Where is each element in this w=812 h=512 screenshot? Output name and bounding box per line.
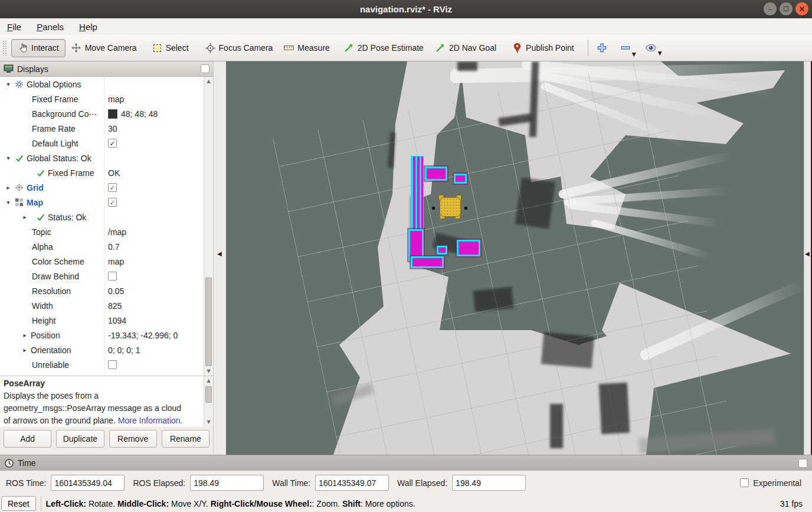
tool-move-camera[interactable]: Move Camera: [71, 43, 137, 53]
tree-row-alpha[interactable]: Alpha 0.7: [0, 239, 204, 254]
close-button[interactable]: ✕: [795, 2, 808, 15]
property-value[interactable]: /map: [108, 227, 126, 237]
remove-tool-button[interactable]: ▼: [620, 43, 631, 53]
property-value[interactable]: 0.7: [108, 242, 119, 252]
expander-right-icon[interactable]: ▸: [21, 214, 28, 220]
scroll-track[interactable]: [204, 385, 214, 418]
time-panel-header[interactable]: Time: [0, 455, 812, 471]
scroll-down-icon[interactable]: ▼: [204, 418, 214, 426]
remove-button[interactable]: Remove: [109, 430, 157, 448]
scroll-track[interactable]: [204, 86, 214, 367]
scroll-up-icon[interactable]: ▲: [204, 376, 214, 385]
checkbox-checked[interactable]: ✓: [108, 198, 117, 207]
tree-row-height[interactable]: Height 1094: [0, 313, 204, 328]
checkbox-checked[interactable]: ✓: [108, 139, 117, 148]
tree-row-global-options[interactable]: ▾ Global Options: [0, 77, 204, 92]
3d-viewport[interactable]: [226, 61, 804, 455]
description-scrollbar[interactable]: ▲ ▼: [204, 376, 213, 426]
add-tool-button[interactable]: [597, 43, 607, 53]
menu-help[interactable]: Help: [79, 22, 97, 32]
menu-panels[interactable]: Panels: [37, 22, 64, 32]
checkbox-unchecked[interactable]: [108, 360, 117, 369]
ros-elapsed-input[interactable]: [190, 475, 264, 491]
property-value[interactable]: map: [108, 94, 124, 104]
tree-row-width[interactable]: Width 825: [0, 298, 204, 313]
tree-row-map-status[interactable]: ▸ Status: Ok: [0, 210, 204, 224]
expander-right-icon[interactable]: ▸: [5, 184, 12, 191]
costmap-cell: [457, 240, 480, 256]
menu-bar: File Panels Help: [0, 18, 812, 35]
maximize-icon: [784, 6, 788, 11]
tree-row-background-color[interactable]: Background Co⋯ 48; 48; 48: [0, 106, 204, 121]
help-bold: Middle-Click:: [117, 499, 169, 508]
tree-row-draw-behind[interactable]: Draw Behind: [0, 269, 204, 283]
displays-panel-header[interactable]: Displays: [0, 61, 213, 77]
tree-row-fixed-frame[interactable]: Fixed Frame map: [0, 92, 204, 106]
window-controls: – ✕: [764, 2, 808, 15]
tree-row-global-status[interactable]: ▾ Global Status: Ok: [0, 151, 204, 165]
collapse-left-icon[interactable]: ◀: [217, 250, 222, 257]
minimize-button[interactable]: –: [764, 2, 777, 15]
tree-row-resolution[interactable]: Resolution 0.05: [0, 283, 204, 298]
wall-time-input[interactable]: [315, 475, 389, 491]
toolbar-drag-handle[interactable]: [2, 40, 6, 56]
tree-row-frame-rate[interactable]: Frame Rate 30: [0, 121, 204, 136]
property-value[interactable]: 30: [108, 124, 117, 133]
property-value[interactable]: 48; 48; 48: [121, 109, 158, 119]
check-icon: [14, 153, 24, 163]
expander-down-icon[interactable]: ▾: [5, 81, 12, 87]
tree-row-unreliable[interactable]: Unreliable: [0, 357, 204, 372]
tree-row-color-scheme[interactable]: Color Scheme map: [0, 254, 204, 269]
wall-elapsed-input[interactable]: [452, 475, 526, 491]
tree-row-map[interactable]: ▾ Map ✓: [0, 195, 204, 210]
expander-down-icon[interactable]: ▾: [5, 199, 12, 206]
tree-row-topic[interactable]: Topic /map: [0, 224, 204, 239]
panel-splitter[interactable]: ◀: [214, 61, 226, 455]
title-bar[interactable]: navigation.rviz* - RViz – ✕: [0, 0, 812, 18]
tool-publish-point[interactable]: Publish Point: [512, 43, 574, 53]
tree-row-grid[interactable]: ▸ Grid ✓: [0, 180, 204, 195]
duplicate-button[interactable]: Duplicate: [56, 430, 104, 448]
expander-right-icon[interactable]: ▸: [21, 347, 28, 353]
checkbox-unchecked[interactable]: [108, 272, 117, 281]
tool-interact[interactable]: Interact: [11, 39, 66, 57]
rename-button[interactable]: Rename: [162, 430, 209, 448]
expander-right-icon[interactable]: ▸: [21, 332, 28, 338]
tree-scrollbar[interactable]: ▲ ▼: [204, 77, 213, 376]
tree-row-fixed-frame-status[interactable]: Fixed Frame OK: [0, 165, 204, 180]
property-value[interactable]: 0; 0; 0; 1: [108, 345, 140, 355]
tool-label: 2D Pose Estimate: [358, 43, 424, 53]
scroll-thumb[interactable]: [205, 386, 212, 403]
tree-row-position[interactable]: ▸ Position -19.343; -42.996; 0: [0, 328, 204, 343]
scroll-down-icon[interactable]: ▼: [204, 367, 214, 376]
experimental-checkbox[interactable]: [740, 478, 749, 487]
more-information-link[interactable]: More Information.: [118, 416, 183, 425]
tool-2d-nav-goal[interactable]: 2D Nav Goal: [436, 43, 496, 53]
tool-focus-camera[interactable]: Focus Camera: [205, 43, 273, 53]
expander-down-icon[interactable]: ▾: [5, 155, 12, 161]
panel-float-button[interactable]: [798, 459, 807, 468]
maximize-button[interactable]: [780, 2, 793, 15]
reset-button[interactable]: Reset: [1, 496, 36, 511]
property-value[interactable]: -19.343; -42.996; 0: [108, 331, 178, 340]
checkbox-checked[interactable]: ✓: [108, 183, 117, 192]
color-swatch[interactable]: [108, 109, 117, 119]
add-button[interactable]: Add: [4, 430, 51, 448]
collapse-right-icon[interactable]: ◀: [805, 250, 810, 257]
property-value[interactable]: map: [108, 257, 124, 266]
clock-icon: [5, 459, 14, 468]
ros-time-input[interactable]: [51, 475, 125, 491]
menu-file[interactable]: File: [7, 22, 21, 32]
crosshair-icon: [205, 43, 215, 53]
fps-counter: 31 fps: [780, 499, 811, 508]
tool-measure[interactable]: Measure: [284, 43, 329, 53]
tool-2d-pose-estimate[interactable]: 2D Pose Estimate: [344, 43, 424, 53]
scroll-thumb[interactable]: [205, 278, 212, 366]
panel-float-button[interactable]: [201, 64, 209, 73]
tree-row-default-light[interactable]: Default Light ✓: [0, 136, 204, 151]
tool-properties-button[interactable]: ▼: [645, 44, 657, 52]
right-panel-splitter[interactable]: ◀: [804, 61, 811, 455]
scroll-up-icon[interactable]: ▲: [204, 77, 214, 86]
tree-row-orientation[interactable]: ▸ Orientation 0; 0; 0; 1: [0, 343, 204, 357]
tool-select[interactable]: Select: [152, 43, 189, 53]
